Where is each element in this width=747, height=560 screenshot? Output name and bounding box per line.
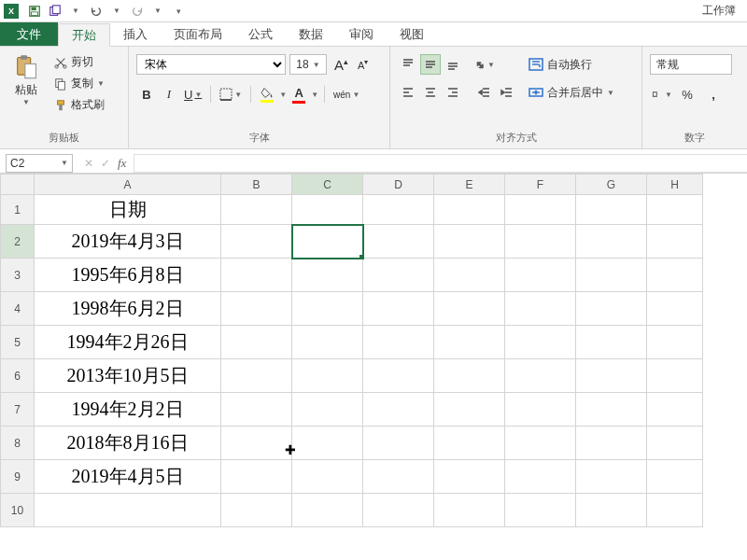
cell-A8[interactable]: 2018年8月16日 [35, 427, 221, 460]
paste-button[interactable]: 粘贴 ▼ [6, 50, 47, 106]
cell-C9[interactable] [292, 460, 363, 494]
cell-F3[interactable] [505, 259, 576, 292]
row-header-6[interactable]: 6 [1, 359, 35, 393]
cell-D9[interactable] [363, 460, 434, 494]
undo-icon[interactable] [87, 2, 106, 21]
cell-F6[interactable] [505, 359, 576, 393]
column-header-G[interactable]: G [576, 175, 647, 195]
align-bottom-button[interactable] [443, 54, 463, 75]
cell-F10[interactable] [505, 494, 576, 527]
cell-C10[interactable] [292, 494, 363, 527]
cell-B5[interactable] [221, 326, 292, 359]
cell-C1[interactable] [292, 195, 363, 225]
cell-G8[interactable] [576, 427, 647, 460]
decrease-font-button[interactable]: A▾ [356, 58, 370, 71]
row-header-3[interactable]: 3 [1, 259, 35, 292]
qat-customize-icon[interactable]: ▾ [169, 2, 188, 21]
redo-icon[interactable] [128, 2, 147, 21]
align-middle-button[interactable] [420, 54, 441, 75]
tab-view[interactable]: 视图 [387, 22, 437, 46]
cancel-icon[interactable]: ✕ [84, 157, 93, 170]
chevron-down-icon[interactable]: ▼ [66, 2, 85, 21]
cell-E7[interactable] [434, 393, 505, 427]
cell-G1[interactable] [576, 195, 647, 225]
font-size-select[interactable]: 18▼ [289, 54, 327, 75]
format-painter-button[interactable]: 格式刷 [54, 97, 105, 113]
cell-E8[interactable] [434, 427, 505, 460]
cell-H1[interactable] [647, 195, 703, 225]
tab-page-layout[interactable]: 页面布局 [161, 22, 235, 46]
column-header-H[interactable]: H [647, 175, 703, 195]
column-header-C[interactable]: C [292, 175, 363, 195]
align-right-button[interactable] [443, 82, 463, 103]
underline-button[interactable]: U▼ [181, 84, 204, 105]
align-top-button[interactable] [398, 54, 418, 75]
font-color-button[interactable]: A [289, 84, 309, 105]
wrap-text-button[interactable]: 自动换行 [529, 54, 614, 75]
cell-E6[interactable] [434, 359, 505, 393]
cell-H5[interactable] [647, 326, 703, 359]
cell-B10[interactable] [221, 494, 292, 527]
cell-D1[interactable] [363, 195, 434, 225]
chevron-down-icon[interactable]: ▼ [148, 2, 167, 21]
cell-A2[interactable]: 2019年4月3日 [35, 225, 221, 259]
cell-D2[interactable] [363, 225, 434, 259]
cell-B8[interactable] [221, 427, 292, 460]
tab-insert[interactable]: 插入 [110, 22, 161, 46]
cell-D5[interactable] [363, 326, 434, 359]
cell-G4[interactable] [576, 292, 647, 326]
comma-button[interactable]: , [702, 84, 725, 105]
font-name-select[interactable]: 宋体 [136, 54, 286, 75]
cell-A1[interactable]: 日期 [35, 195, 221, 225]
cell-G5[interactable] [576, 326, 647, 359]
cell-H9[interactable] [647, 460, 703, 494]
cell-C6[interactable] [292, 359, 363, 393]
cell-F1[interactable] [505, 195, 576, 225]
cell-B1[interactable] [221, 195, 292, 225]
cell-C3[interactable] [292, 259, 363, 292]
copy-button[interactable]: 复制▼ [54, 76, 105, 91]
cell-F5[interactable] [505, 326, 576, 359]
cell-H8[interactable] [647, 427, 703, 460]
cell-F4[interactable] [505, 292, 576, 326]
tab-home[interactable]: 开始 [58, 23, 110, 47]
cell-E2[interactable] [434, 225, 505, 259]
cell-H3[interactable] [647, 259, 703, 292]
bold-button[interactable]: B [136, 84, 157, 105]
cell-H2[interactable] [647, 225, 703, 259]
cell-A9[interactable]: 2019年4月5日 [35, 460, 221, 494]
cell-E3[interactable] [434, 259, 505, 292]
border-button[interactable]: ▼ [217, 84, 245, 105]
spreadsheet-grid[interactable]: ABCDEFGH1日期22019年4月3日31995年6月8日41998年6月2… [0, 174, 747, 527]
cell-D3[interactable] [363, 259, 434, 292]
row-header-1[interactable]: 1 [1, 195, 35, 225]
cell-E10[interactable] [434, 494, 505, 527]
save-icon[interactable] [25, 2, 44, 21]
cell-A3[interactable]: 1995年6月8日 [35, 259, 221, 292]
cell-D10[interactable] [363, 494, 434, 527]
column-header-B[interactable]: B [221, 175, 292, 195]
row-header-2[interactable]: 2 [1, 225, 35, 259]
cell-A10[interactable] [35, 494, 221, 527]
align-center-button[interactable] [420, 82, 441, 103]
formula-input[interactable] [134, 154, 747, 173]
fill-color-button[interactable] [257, 84, 277, 105]
number-format-select[interactable]: 常规 [650, 54, 732, 75]
cell-D6[interactable] [363, 359, 434, 393]
cell-F2[interactable] [505, 225, 576, 259]
cell-E1[interactable] [434, 195, 505, 225]
cell-H10[interactable] [647, 494, 703, 527]
cell-A5[interactable]: 1994年2月26日 [35, 326, 221, 359]
cell-H6[interactable] [647, 359, 703, 393]
row-header-4[interactable]: 4 [1, 292, 35, 326]
cell-C7[interactable] [292, 393, 363, 427]
cell-H7[interactable] [647, 393, 703, 427]
cell-B7[interactable] [221, 393, 292, 427]
cell-G2[interactable] [576, 225, 647, 259]
cell-F7[interactable] [505, 393, 576, 427]
column-header-E[interactable]: E [434, 175, 505, 195]
tab-formulas[interactable]: 公式 [235, 22, 286, 46]
cell-E4[interactable] [434, 292, 505, 326]
row-header-5[interactable]: 5 [1, 326, 35, 359]
cell-F9[interactable] [505, 460, 576, 494]
